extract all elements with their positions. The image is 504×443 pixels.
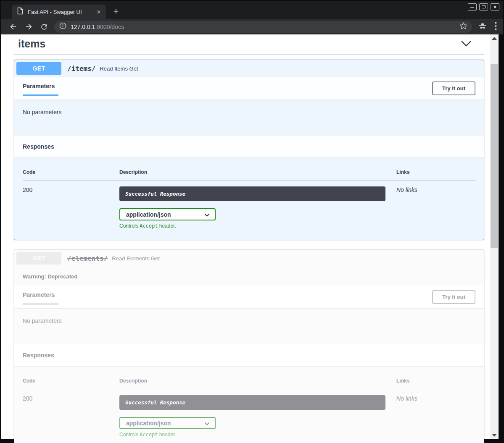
opblock-summary[interactable]: GET /elements/ Read Elements Get <box>14 250 484 267</box>
section-divider <box>14 54 484 55</box>
links-value: No links <box>396 186 475 229</box>
deprecated-warning: Warning: Deprecated <box>14 267 484 286</box>
column-links: Links <box>396 378 475 384</box>
accept-header-note: Controls Accept header. <box>119 223 396 229</box>
opblock-summary[interactable]: GET /items/ Read Items Get <box>14 60 484 77</box>
no-parameters-text: No parameters <box>23 109 62 115</box>
parameters-header: Parameters Try it out <box>14 286 484 308</box>
select-chevron-icon <box>204 420 210 427</box>
forward-icon[interactable] <box>24 22 33 31</box>
chevron-down-icon <box>461 42 472 48</box>
menu-kebab-icon[interactable] <box>495 22 497 32</box>
responses-body: Code Description Links 200 Successful Re… <box>14 157 484 240</box>
tab-close-icon[interactable]: × <box>96 8 102 16</box>
scroll-down-arrow-icon[interactable] <box>492 434 497 437</box>
bookmark-star-icon[interactable] <box>459 21 468 32</box>
tab-title: Fast API - Swagger UI <box>28 9 96 15</box>
media-type-select[interactable]: application/json <box>119 208 216 220</box>
column-code: Code <box>23 378 119 384</box>
parameters-body: No parameters <box>14 308 484 344</box>
address-bar[interactable]: 127.0.0.1:8000/docs <box>54 21 472 33</box>
status-code: 200 <box>23 186 119 229</box>
scrollbar-thumb[interactable] <box>491 64 498 248</box>
response-row: 200 Successful Response application/json <box>23 181 475 229</box>
method-badge: GET <box>16 62 61 75</box>
endpoint-path: /items/ <box>67 65 95 73</box>
page-viewport: items GET /items/ Read Items Get Paramet… <box>1 34 499 439</box>
tab-parameters[interactable]: Parameters <box>23 289 56 305</box>
url-text[interactable]: 127.0.0.1:8000/docs <box>71 24 459 30</box>
response-description-box: Successful Response <box>119 186 385 201</box>
response-row: 200 Successful Response application/json <box>23 389 475 438</box>
browser-toolbar: 127.0.0.1:8000/docs <box>1 19 503 34</box>
browser-tab[interactable]: Fast API - Swagger UI × <box>12 5 106 19</box>
select-chevron-icon <box>204 211 210 218</box>
column-links: Links <box>396 169 475 175</box>
window-controls: × <box>468 3 499 10</box>
section-title: items <box>18 38 45 50</box>
column-description: Description <box>119 169 396 175</box>
tab-parameters[interactable]: Parameters <box>23 80 56 96</box>
responses-title: Responses <box>23 143 54 150</box>
section-collapse-button[interactable] <box>461 40 484 48</box>
site-info-icon[interactable] <box>59 22 66 31</box>
scroll-up-arrow-icon[interactable] <box>492 37 497 40</box>
responses-table-head: Code Description Links <box>23 163 475 181</box>
reload-icon[interactable] <box>40 23 48 31</box>
back-icon[interactable] <box>9 22 18 31</box>
method-badge: GET <box>16 252 61 265</box>
minimize-button[interactable] <box>468 3 477 10</box>
favicon-page-icon <box>17 7 24 16</box>
responses-title: Responses <box>23 352 54 359</box>
status-code: 200 <box>23 395 119 438</box>
close-button[interactable]: × <box>491 3 499 10</box>
column-code: Code <box>23 169 119 175</box>
opblock-get-items: GET /items/ Read Items Get Parameters Tr… <box>14 60 484 240</box>
parameters-body: No parameters <box>14 100 484 136</box>
responses-table-head: Code Description Links <box>23 372 475 389</box>
opblock-get-elements-deprecated: GET /elements/ Read Elements Get Warning… <box>14 249 484 443</box>
endpoint-path: /elements/ <box>67 254 108 262</box>
maximize-button[interactable] <box>479 3 488 10</box>
media-type-select[interactable]: application/json <box>119 417 216 429</box>
endpoint-summary: Read Elements Get <box>112 255 159 262</box>
response-description-box: Successful Response <box>119 395 385 410</box>
responses-header: Responses <box>14 136 484 157</box>
try-it-out-button[interactable]: Try it out <box>432 290 475 304</box>
links-value: No links <box>396 395 475 438</box>
endpoint-summary: Read Items Get <box>100 66 138 72</box>
accept-header-note: Controls Accept header. <box>119 432 396 438</box>
tab-bar: Fast API - Swagger UI × + × <box>1 1 503 19</box>
no-parameters-text: No parameters <box>23 317 62 324</box>
column-description: Description <box>119 378 396 384</box>
incognito-icon <box>478 22 487 32</box>
parameters-header: Parameters Try it out <box>14 77 484 100</box>
scrollbar[interactable] <box>490 34 499 439</box>
responses-body: Code Description Links 200 Successful Re… <box>14 366 484 443</box>
try-it-out-button[interactable]: Try it out <box>432 81 475 95</box>
responses-header: Responses <box>14 344 484 366</box>
new-tab-button[interactable]: + <box>111 7 121 16</box>
